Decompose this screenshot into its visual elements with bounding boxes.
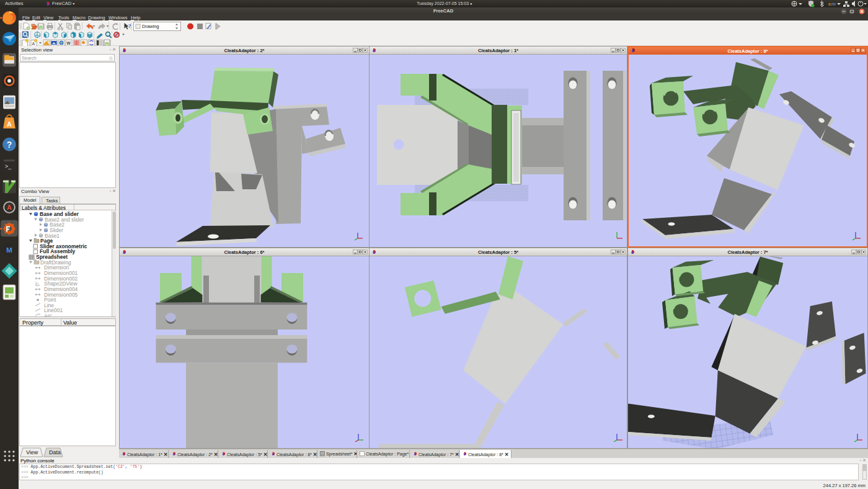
svg-text:m: m xyxy=(831,1,836,7)
svg-text:A: A xyxy=(7,204,12,211)
svg-text:View: View xyxy=(26,449,38,455)
svg-text:Arc: Arc xyxy=(44,313,53,317)
svg-text:A: A xyxy=(32,42,35,46)
svg-text:Data: Data xyxy=(49,449,61,455)
svg-text:?: ? xyxy=(7,140,12,150)
svg-text:M: M xyxy=(6,246,12,254)
svg-text:?: ? xyxy=(128,23,131,29)
svg-text:A: A xyxy=(7,120,12,128)
svg-text:>_: >_ xyxy=(5,163,12,169)
svg-text:Drawing: Drawing xyxy=(142,24,159,29)
svg-text:W: W xyxy=(67,41,71,45)
